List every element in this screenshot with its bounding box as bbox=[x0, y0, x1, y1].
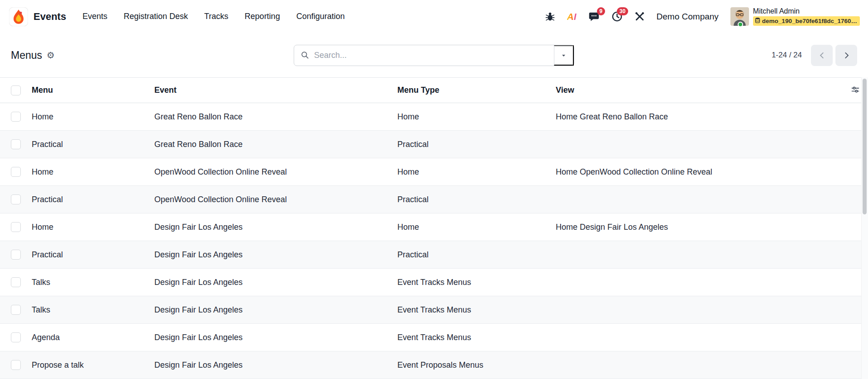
column-header-view[interactable]: View bbox=[556, 78, 841, 103]
search-bar bbox=[294, 45, 574, 66]
row-select-cell bbox=[0, 186, 32, 213]
cell-menu: Propose a talk bbox=[32, 351, 154, 379]
cell-view: Home Design Fair Los Angeles bbox=[556, 213, 841, 241]
activities-icon[interactable]: 30 bbox=[611, 11, 623, 22]
table-row[interactable]: Home Design Fair Los Angeles Home Home D… bbox=[0, 213, 868, 241]
cell-view bbox=[556, 241, 841, 269]
pager-next-button[interactable] bbox=[835, 45, 857, 66]
table-row[interactable]: Practical Great Reno Ballon Race Practic… bbox=[0, 131, 868, 158]
table-row[interactable]: Home OpenWood Collection Online Reveal H… bbox=[0, 158, 868, 186]
database-badge: demo_190_be70fe61f8dc_1760… bbox=[753, 16, 860, 26]
cell-menu: Home bbox=[32, 103, 154, 131]
row-checkbox[interactable] bbox=[11, 194, 21, 204]
row-checkbox[interactable] bbox=[11, 332, 21, 342]
cell-menu: Home bbox=[32, 158, 154, 186]
ai-icon[interactable]: AI bbox=[567, 11, 577, 22]
nav-item-events[interactable]: Events bbox=[82, 12, 107, 21]
messages-badge: 9 bbox=[597, 7, 605, 15]
cell-view bbox=[556, 296, 841, 324]
nav-item-tracks[interactable]: Tracks bbox=[204, 12, 228, 21]
gear-icon[interactable]: ⚙ bbox=[47, 51, 55, 60]
navbar-systray: AI 9 30 Demo Company bbox=[545, 7, 860, 26]
cell-menu: Practical bbox=[32, 186, 154, 213]
pager-previous-button[interactable] bbox=[811, 45, 833, 66]
table-row[interactable]: Home Great Reno Ballon Race Home Home Gr… bbox=[0, 103, 868, 131]
row-checkbox[interactable] bbox=[11, 360, 21, 370]
row-checkbox[interactable] bbox=[11, 112, 21, 122]
cell-menu: Practical bbox=[32, 131, 154, 158]
table-row[interactable]: Propose a talk Design Fair Los Angeles E… bbox=[0, 351, 868, 379]
cell-view bbox=[556, 131, 841, 158]
select-all-cell bbox=[0, 78, 32, 103]
database-name: demo_190_be70fe61f8dc_1760… bbox=[762, 18, 857, 24]
row-select-cell bbox=[0, 103, 32, 131]
cell-event: Design Fair Los Angeles bbox=[154, 213, 397, 241]
avatar bbox=[730, 7, 749, 26]
row-checkbox[interactable] bbox=[11, 277, 21, 287]
scrollbar-thumb[interactable] bbox=[863, 79, 867, 214]
top-navbar: Events Events Registration Desk Tracks R… bbox=[0, 0, 868, 33]
row-select-cell bbox=[0, 324, 32, 351]
cell-event: OpenWood Collection Online Reveal bbox=[154, 186, 397, 213]
cell-menu-type: Home bbox=[397, 213, 556, 241]
cell-view bbox=[556, 324, 841, 351]
messages-icon[interactable]: 9 bbox=[588, 11, 600, 22]
row-checkbox[interactable] bbox=[11, 167, 21, 177]
pager: 1-24 / 24 bbox=[772, 45, 857, 66]
menus-table-body: Home Great Reno Ballon Race Home Home Gr… bbox=[0, 103, 868, 379]
activities-badge: 30 bbox=[617, 7, 628, 15]
column-header-event[interactable]: Event bbox=[154, 78, 397, 103]
cell-menu-type: Event Tracks Menus bbox=[397, 296, 556, 324]
row-checkbox[interactable] bbox=[11, 222, 21, 232]
cell-event: Great Reno Ballon Race bbox=[154, 131, 397, 158]
search-options-toggle[interactable] bbox=[554, 45, 574, 66]
row-checkbox[interactable] bbox=[11, 139, 21, 149]
control-panel: Menus ⚙ 1-24 / 24 bbox=[0, 33, 868, 77]
cell-menu-type: Event Tracks Menus bbox=[397, 269, 556, 296]
nav-item-reporting[interactable]: Reporting bbox=[245, 12, 280, 21]
tools-icon[interactable] bbox=[634, 11, 645, 22]
user-menu[interactable]: Mitchell Admin demo_190_be70fe61f8dc_176… bbox=[730, 7, 860, 26]
menus-table: Menu Event Menu Type View bbox=[0, 77, 868, 379]
table-row[interactable]: Talks Design Fair Los Angeles Event Trac… bbox=[0, 296, 868, 324]
table-row[interactable]: Agenda Design Fair Los Angeles Event Tra… bbox=[0, 324, 868, 351]
row-select-cell bbox=[0, 241, 32, 269]
cell-menu: Agenda bbox=[32, 324, 154, 351]
vertical-scrollbar[interactable] bbox=[861, 77, 868, 379]
cell-view: Home OpenWood Collection Online Reveal bbox=[556, 158, 841, 186]
table-row[interactable]: Talks Design Fair Los Angeles Event Trac… bbox=[0, 269, 868, 296]
user-name: Mitchell Admin bbox=[753, 7, 800, 15]
row-select-cell bbox=[0, 269, 32, 296]
online-status-dot bbox=[738, 22, 743, 27]
cell-view: Home Great Reno Ballon Race bbox=[556, 103, 841, 131]
cell-menu-type: Event Proposals Menus bbox=[397, 351, 556, 379]
row-checkbox[interactable] bbox=[11, 305, 21, 315]
events-app-icon bbox=[9, 7, 28, 26]
prev-page-icon bbox=[817, 51, 827, 60]
row-select-cell bbox=[0, 296, 32, 324]
select-all-checkbox[interactable] bbox=[11, 85, 21, 95]
optional-columns-button[interactable] bbox=[849, 84, 862, 96]
nav-item-registration-desk[interactable]: Registration Desk bbox=[124, 12, 188, 21]
cell-menu: Talks bbox=[32, 296, 154, 324]
column-header-menu[interactable]: Menu bbox=[32, 78, 154, 103]
cell-menu: Home bbox=[32, 213, 154, 241]
search-input[interactable] bbox=[314, 51, 554, 60]
cell-menu: Practical bbox=[32, 241, 154, 269]
column-header-menu-type[interactable]: Menu Type bbox=[397, 78, 556, 103]
row-checkbox[interactable] bbox=[11, 250, 21, 260]
row-select-cell bbox=[0, 158, 32, 186]
cell-menu-type: Practical bbox=[397, 241, 556, 269]
app-name: Events bbox=[33, 11, 66, 23]
nav-item-configuration[interactable]: Configuration bbox=[296, 12, 345, 21]
company-switcher[interactable]: Demo Company bbox=[657, 12, 719, 22]
menus-list-view: Menu Event Menu Type View bbox=[0, 77, 868, 379]
debug-bug-icon[interactable] bbox=[545, 11, 555, 22]
cell-event: Design Fair Los Angeles bbox=[154, 296, 397, 324]
cell-event: OpenWood Collection Online Reveal bbox=[154, 158, 397, 186]
pager-range: 1-24 / 24 bbox=[772, 51, 802, 60]
cell-event: Design Fair Los Angeles bbox=[154, 351, 397, 379]
table-row[interactable]: Practical OpenWood Collection Online Rev… bbox=[0, 186, 868, 213]
app-switcher[interactable]: Events bbox=[9, 7, 66, 26]
table-row[interactable]: Practical Design Fair Los Angeles Practi… bbox=[0, 241, 868, 269]
